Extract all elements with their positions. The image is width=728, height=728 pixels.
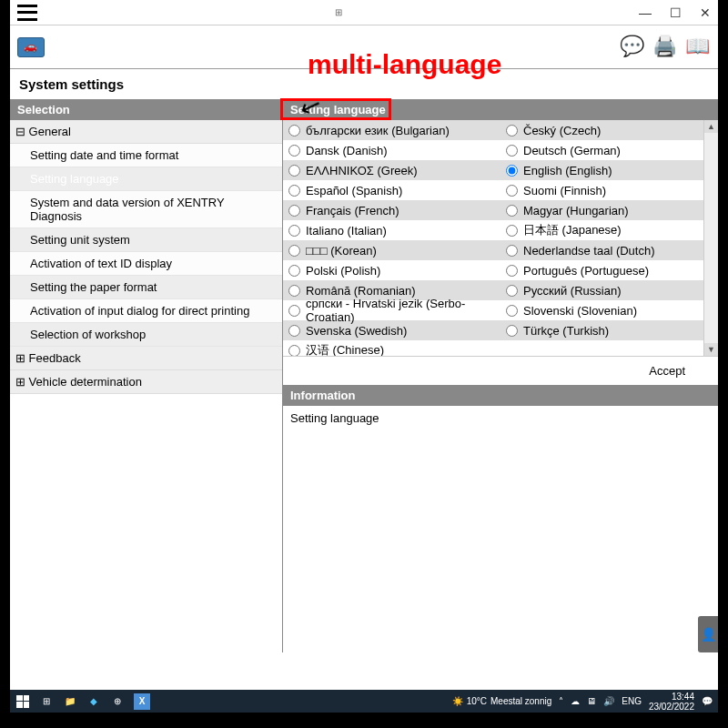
info-body: Setting language [283, 406, 718, 652]
language-option[interactable]: Dansk (Danish) [283, 140, 500, 160]
language-option[interactable]: Español (Spanish) [283, 180, 500, 200]
tree-item[interactable]: Setting language [10, 167, 282, 191]
language-radio[interactable] [506, 125, 518, 136]
language-option[interactable]: Français (French) [283, 200, 500, 220]
language-radio[interactable] [506, 225, 518, 237]
maximize-button[interactable]: ☐ [670, 5, 682, 20]
print-icon[interactable]: 🖨️ [652, 35, 678, 60]
language-option[interactable]: Český (Czech) [500, 120, 718, 140]
language-option[interactable]: Nederlandse taal (Dutch) [500, 240, 718, 260]
accept-row: Accept [283, 356, 718, 385]
language-option[interactable]: Svenska (Swedish) [283, 320, 500, 340]
language-radio[interactable] [288, 265, 300, 277]
language-radio[interactable] [288, 165, 300, 177]
language-option[interactable]: Deutsch (German) [500, 140, 718, 160]
language-radio[interactable] [288, 305, 300, 317]
language-radio[interactable] [288, 185, 300, 197]
language-radio[interactable] [288, 345, 300, 357]
tray-language[interactable]: ENG [622, 696, 642, 706]
hamburger-menu-icon[interactable] [17, 5, 37, 21]
task-view-icon[interactable]: ⊞ [39, 694, 54, 709]
language-row: Polski (Polish)Português (Portuguese) [283, 260, 718, 280]
language-option[interactable]: 汉语 (Chinese) [283, 340, 500, 356]
language-radio[interactable] [288, 225, 300, 237]
language-option[interactable]: Italiano (Italian) [283, 220, 500, 240]
scroll-up-arrow[interactable]: ▲ [704, 120, 718, 133]
language-option[interactable]: Русский (Russian) [500, 280, 718, 300]
language-radio[interactable] [506, 245, 518, 257]
language-option[interactable]: 日本語 (Japanese) [500, 220, 718, 240]
window-titlebar: ⊞ — ☐ ✕ [10, 0, 718, 25]
minimize-button[interactable]: — [639, 5, 652, 20]
tray-chevron-icon[interactable]: ˄ [559, 696, 563, 706]
language-radio[interactable] [288, 245, 300, 257]
tree-group[interactable]: ⊟ General [10, 120, 282, 144]
language-row: □□□ (Korean)Nederlandse taal (Dutch) [283, 240, 718, 260]
taskbar-clock[interactable]: 13:44 23/02/2022 [649, 692, 694, 712]
language-label: Italiano (Italian) [306, 224, 387, 238]
language-option[interactable]: □□□ (Korean) [283, 240, 500, 260]
language-radio[interactable] [288, 205, 300, 217]
tree-item[interactable]: System and data version of XENTRY Diagno… [10, 191, 282, 228]
shield-icon[interactable]: ⊕ [110, 694, 125, 709]
language-radio[interactable] [506, 265, 518, 277]
language-radio[interactable] [288, 125, 300, 136]
tree-item[interactable]: Setting the paper format [10, 276, 282, 299]
language-option[interactable]: български език (Bulgarian) [283, 120, 500, 140]
weather-widget[interactable]: ☀️ 10°C Meestal zonnig [452, 696, 552, 706]
language-label: Svenska (Swedish) [306, 324, 407, 338]
language-option[interactable]: English (English) [500, 160, 718, 180]
tray-cloud-icon[interactable]: ☁ [571, 696, 580, 706]
language-option[interactable]: Slovenski (Slovenian) [500, 300, 718, 320]
chat-icon[interactable]: 💬 [620, 35, 645, 60]
language-radio[interactable] [506, 165, 518, 177]
notification-icon[interactable]: 💬 [702, 696, 713, 706]
content-header: Setting language [283, 99, 718, 120]
start-button[interactable] [15, 694, 30, 709]
tray-display-icon[interactable]: 🖥 [587, 696, 596, 706]
scrollbar-vertical[interactable]: ▲ ▼ [703, 120, 718, 356]
tray-volume-icon[interactable]: 🔊 [603, 696, 614, 706]
language-option[interactable]: Türkçe (Turkish) [500, 320, 718, 340]
language-label: Magyar (Hungarian) [523, 204, 629, 217]
language-radio[interactable] [506, 305, 518, 317]
language-radio[interactable] [288, 145, 300, 157]
language-radio[interactable] [506, 145, 518, 157]
language-radio[interactable] [506, 285, 518, 297]
language-radio[interactable] [288, 285, 300, 297]
book-icon[interactable]: 📖 [685, 35, 711, 60]
side-tab-icon[interactable]: 👤 [698, 616, 718, 652]
language-radio[interactable] [506, 325, 518, 337]
language-option[interactable]: ΕΛΛΗΝΙΚΟΣ (Greek) [283, 160, 500, 180]
info-header: Information [283, 385, 718, 406]
tree-item[interactable]: Setting unit system [10, 228, 282, 252]
close-button[interactable]: ✕ [700, 5, 711, 20]
teamviewer-icon[interactable]: ◆ [86, 694, 101, 709]
language-option[interactable]: Magyar (Hungarian) [500, 200, 718, 220]
language-option[interactable]: Polski (Polish) [283, 260, 500, 280]
language-radio[interactable] [506, 205, 518, 217]
accept-button[interactable]: Accept [649, 364, 685, 378]
language-row: български език (Bulgarian)Český (Czech) [283, 120, 718, 140]
language-label: 日本語 (Japanese) [523, 222, 622, 238]
sidebar-tree: ⊟ GeneralSetting date and time formatSet… [10, 120, 282, 394]
tree-item[interactable]: Selection of workshop [10, 323, 282, 347]
language-radio[interactable] [506, 185, 518, 197]
language-option[interactable]: Português (Portuguese) [500, 260, 718, 280]
app-x-icon[interactable]: X [134, 693, 150, 710]
language-row: српски - Hrvatski jezik (Serbo-Croatian)… [283, 300, 718, 320]
sidebar: Selection ⊟ GeneralSetting date and time… [10, 99, 283, 652]
language-option[interactable]: Suomi (Finnish) [500, 180, 718, 200]
language-label: Français (French) [306, 204, 399, 217]
tree-item[interactable]: Setting date and time format [10, 144, 282, 167]
vehicle-icon[interactable] [17, 37, 45, 57]
language-radio[interactable] [288, 325, 300, 337]
scroll-down-arrow[interactable]: ▼ [704, 343, 718, 356]
tree-group[interactable]: ⊞ Vehicle determination [10, 370, 282, 394]
tree-item[interactable]: Activation of input dialog for direct pr… [10, 299, 282, 323]
language-option[interactable]: српски - Hrvatski jezik (Serbo-Croatian) [283, 300, 500, 320]
tree-item[interactable]: Activation of text ID display [10, 252, 282, 276]
tree-group[interactable]: ⊞ Feedback [10, 347, 282, 370]
file-explorer-icon[interactable]: 📁 [63, 694, 77, 709]
language-label: Română (Romanian) [306, 284, 416, 298]
